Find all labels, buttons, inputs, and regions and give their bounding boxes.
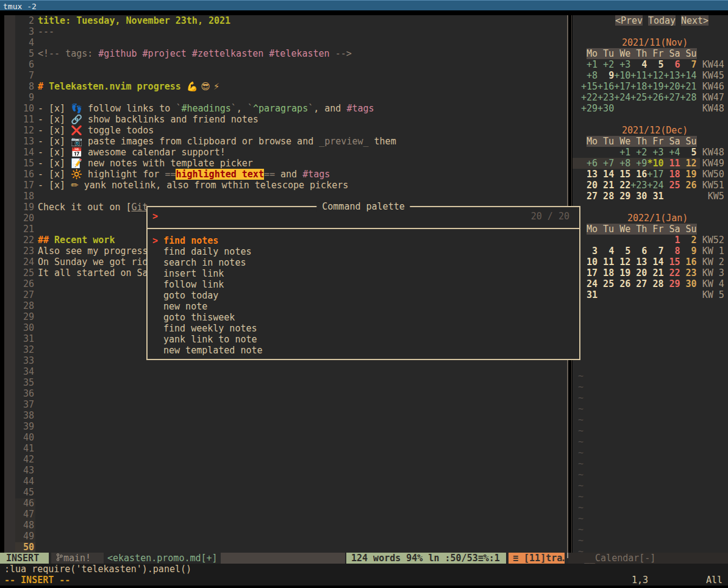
editor-line[interactable]: 43 bbox=[15, 465, 567, 476]
palette-item[interactable]: new note bbox=[148, 301, 579, 312]
editor-line[interactable]: 45 bbox=[15, 487, 567, 498]
editor-line[interactable]: 37 bbox=[15, 399, 567, 410]
day-cell[interactable]: 18 bbox=[663, 169, 680, 180]
day-cell[interactable]: 4 bbox=[598, 246, 614, 257]
day-cell[interactable]: 30 bbox=[680, 278, 697, 289]
palette-item[interactable]: goto today bbox=[148, 290, 579, 301]
day-cell[interactable]: +23 bbox=[598, 92, 614, 103]
day-cell[interactable]: 13 bbox=[581, 169, 598, 180]
day-cell[interactable]: +8 bbox=[581, 70, 598, 81]
editor-line[interactable]: 6 bbox=[15, 59, 567, 70]
day-cell[interactable]: +22 bbox=[581, 92, 598, 103]
day-cell[interactable]: 24 bbox=[581, 278, 598, 289]
editor-line[interactable]: 35 bbox=[15, 377, 567, 388]
day-cell[interactable]: 9 bbox=[598, 70, 614, 81]
editor-line[interactable]: 18 bbox=[15, 191, 567, 202]
day-cell[interactable]: 5 bbox=[614, 246, 630, 257]
editor-line[interactable]: 50 bbox=[15, 542, 567, 553]
day-cell[interactable]: +10 bbox=[614, 70, 630, 81]
day-cell[interactable]: +2 bbox=[630, 147, 647, 158]
day-cell[interactable]: +24 bbox=[647, 180, 663, 191]
day-cell[interactable]: 27 bbox=[630, 278, 647, 289]
editor-line[interactable]: 34 bbox=[15, 366, 567, 377]
day-cell[interactable]: 7 bbox=[647, 246, 663, 257]
day-cell[interactable]: 8 bbox=[663, 246, 680, 257]
day-cell[interactable]: +21 bbox=[680, 81, 697, 92]
day-cell[interactable]: 21 bbox=[598, 180, 614, 191]
editor-line[interactable]: 36 bbox=[15, 388, 567, 399]
editor-line[interactable]: 5<!-- tags: #github #project #zettelkast… bbox=[15, 48, 567, 59]
day-cell[interactable]: +11 bbox=[630, 70, 647, 81]
editor-line[interactable]: 12- [x] ❌ toggle todos bbox=[15, 125, 567, 136]
day-cell[interactable]: +9 bbox=[630, 158, 647, 169]
day-cell[interactable]: 3 bbox=[581, 246, 598, 257]
editor-line[interactable]: 41 bbox=[15, 443, 567, 454]
day-cell[interactable]: +29 bbox=[581, 103, 598, 114]
day-cell[interactable]: 5 bbox=[647, 59, 663, 70]
day-cell[interactable]: +17 bbox=[647, 169, 663, 180]
day-cell[interactable]: 5 bbox=[680, 147, 697, 158]
day-cell[interactable]: 14 bbox=[598, 169, 614, 180]
day-cell[interactable]: 13 bbox=[630, 257, 647, 267]
day-cell[interactable]: 12 bbox=[680, 158, 697, 169]
day-cell[interactable]: 25 bbox=[598, 278, 614, 289]
palette-item[interactable]: find weekly notes bbox=[148, 323, 579, 334]
day-cell[interactable]: +6 bbox=[581, 158, 598, 169]
day-cell[interactable]: 31 bbox=[581, 289, 598, 300]
editor-line[interactable]: 8# Telekasten.nvim progress 💪 😎 ⚡ bbox=[15, 81, 567, 92]
nav-next-button[interactable]: Next> bbox=[681, 15, 708, 26]
day-cell[interactable]: +2 bbox=[598, 59, 614, 70]
day-cell[interactable]: 11 bbox=[663, 158, 680, 169]
day-cell[interactable]: 22 bbox=[614, 180, 630, 191]
editor-line[interactable]: 42 bbox=[15, 454, 567, 465]
editor-line[interactable]: 38 bbox=[15, 410, 567, 421]
day-cell[interactable]: +25 bbox=[630, 92, 647, 103]
day-cell[interactable]: +20 bbox=[663, 81, 680, 92]
editor-line[interactable]: 13- [x] 📷 paste images from clipboard or… bbox=[15, 136, 567, 147]
day-cell[interactable]: +3 bbox=[614, 59, 630, 70]
editor-line[interactable]: 15- [x] 📝 new notes with template picker bbox=[15, 158, 567, 169]
day-cell[interactable]: +15 bbox=[581, 81, 598, 92]
day-cell[interactable]: +3 bbox=[647, 147, 663, 158]
day-cell[interactable]: 26 bbox=[680, 180, 697, 191]
day-cell[interactable]: +30 bbox=[598, 103, 614, 114]
editor-line[interactable]: 16- [x] 🔆 highlight for ==highlighted te… bbox=[15, 169, 567, 180]
editor-line[interactable]: 39 bbox=[15, 421, 567, 432]
day-cell[interactable]: 23 bbox=[680, 267, 697, 278]
day-cell[interactable]: +1 bbox=[581, 59, 598, 70]
day-cell[interactable]: 19 bbox=[614, 267, 630, 278]
cmdline[interactable]: :lua require('telekasten').panel() bbox=[4, 564, 191, 575]
day-cell[interactable]: +12 bbox=[647, 70, 663, 81]
day-cell[interactable]: 28 bbox=[647, 278, 663, 289]
tab-segment[interactable]: ≡ [11]tra… bbox=[509, 553, 565, 564]
day-cell[interactable]: +13 bbox=[663, 70, 680, 81]
day-cell[interactable]: +26 bbox=[647, 92, 663, 103]
editor-line[interactable]: 47 bbox=[15, 509, 567, 520]
day-cell[interactable]: 11 bbox=[598, 257, 614, 267]
calendar-pane[interactable]: <PrevTodayNext>2021/11(Nov)Mo Tu We Th F… bbox=[573, 15, 728, 553]
editor-line[interactable]: 11- [x] 🔗 show backlinks and friend note… bbox=[15, 114, 567, 125]
editor-line[interactable]: 49 bbox=[15, 531, 567, 542]
day-cell[interactable]: +16 bbox=[598, 81, 614, 92]
palette-item[interactable]: insert link bbox=[148, 268, 579, 279]
day-cell[interactable]: +27 bbox=[663, 92, 680, 103]
day-cell[interactable]: 15 bbox=[614, 169, 630, 180]
day-cell[interactable]: 30 bbox=[630, 191, 647, 202]
day-cell[interactable]: 18 bbox=[598, 267, 614, 278]
day-cell[interactable]: 26 bbox=[614, 278, 630, 289]
day-cell[interactable]: 6 bbox=[630, 246, 647, 257]
day-cell[interactable]: +28 bbox=[680, 92, 697, 103]
day-cell[interactable]: 19 bbox=[680, 169, 697, 180]
editor-line[interactable]: 9 bbox=[15, 92, 567, 103]
editor-line[interactable]: 40 bbox=[15, 432, 567, 443]
editor-line[interactable]: 3--- bbox=[15, 26, 567, 37]
editor-line[interactable]: 14- [x] 📅 awesome calendar support! bbox=[15, 147, 567, 158]
day-cell[interactable]: +18 bbox=[630, 81, 647, 92]
day-cell[interactable]: 9 bbox=[680, 246, 697, 257]
day-cell[interactable]: +1 bbox=[614, 147, 630, 158]
day-cell[interactable]: +17 bbox=[614, 81, 630, 92]
day-cell[interactable]: 1 bbox=[663, 235, 680, 246]
palette-item[interactable]: >find notes bbox=[148, 235, 579, 246]
day-cell[interactable]: +19 bbox=[647, 81, 663, 92]
day-cell[interactable]: +14 bbox=[680, 70, 697, 81]
